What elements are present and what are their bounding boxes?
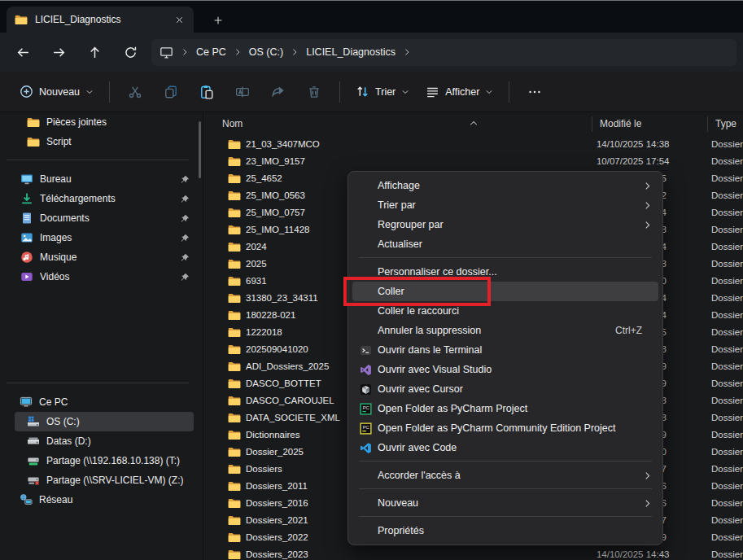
sidebar-item-t-l-chargements[interactable]: Téléchargements [15, 189, 194, 208]
folder-icon [228, 172, 241, 185]
file-row-23-imo-9157[interactable]: 23_IMO_915710/07/2025 17:54Dossier [203, 152, 743, 169]
menu-item-ouvrir-avec-code[interactable]: Ouvrir avec Code [352, 438, 658, 457]
breadcrumb-chevron-icon[interactable] [291, 48, 299, 56]
navigation-bar: Ce PCOS (C:)LICIEL_Diagnostics [0, 33, 743, 72]
file-type-cell: Dossier [704, 515, 743, 525]
new-tab-button[interactable] [207, 10, 229, 31]
menu-item-actualiser[interactable]: Actualiser [352, 234, 658, 254]
menu-item-coller[interactable]: Coller [352, 282, 658, 301]
toolbar-divider [109, 81, 110, 103]
forward-button[interactable] [44, 38, 73, 66]
tab-close-icon[interactable] [169, 10, 189, 29]
menu-item-open-folder-as-pycharm-project[interactable]: PCOpen Folder as PyCharm Project [352, 399, 658, 418]
breadcrumb-chevron-icon[interactable] [403, 48, 411, 56]
share-button[interactable] [260, 77, 296, 107]
file-name-cell: 23_IMO_9157 [203, 155, 589, 168]
toolbar-divider [509, 81, 509, 103]
menu-item-ouvrir-avec-visual-studio[interactable]: Ouvrir avec Visual Studio [352, 360, 658, 379]
view-list-icon [426, 85, 439, 98]
sort-button[interactable]: Trier [347, 77, 417, 107]
menu-item-open-folder-as-pycharm-community-edition-project[interactable]: PCOpen Folder as PyCharm Community Editi… [352, 418, 658, 438]
paste-button[interactable] [189, 77, 225, 107]
folder-icon [15, 13, 28, 26]
file-type-cell: Dossier [704, 344, 743, 354]
sidebar-item-vid-os[interactable]: Vidéos [15, 267, 194, 287]
file-type-cell: Dossier [704, 396, 743, 405]
breadcrumb[interactable]: Ce PCOS (C:)LICIEL_Diagnostics [151, 39, 736, 66]
menu-item-trier-par[interactable]: Trier par [352, 195, 658, 215]
sidebar-item-documents[interactable]: Documents [15, 208, 194, 228]
file-type-cell: Dossier [704, 190, 743, 200]
sidebar-scrollbar[interactable] [199, 121, 201, 178]
folder-icon [228, 257, 241, 270]
sidebar-item-datas-d[interactable]: Datas (D:) [15, 431, 194, 451]
menu-item-annuler-la-suppression[interactable]: Annuler la suppressionCtrl+Z [352, 321, 658, 340]
menu-item-coller-le-raccourci[interactable]: Coller le raccourci [352, 301, 658, 321]
copy-button[interactable] [153, 77, 189, 107]
menu-item-label: Annuler la suppression [378, 325, 609, 336]
sidebar-item-partage-srv-liciel-vm-z[interactable]: Partage (\\SRV-LICIEL-VM) (Z:) [15, 470, 194, 490]
sort-ascending-icon [469, 117, 479, 124]
sort-icon [356, 85, 369, 98]
breadcrumb-chevron-icon[interactable] [181, 48, 189, 56]
up-button[interactable] [80, 38, 109, 66]
column-header-name[interactable]: Nom [203, 118, 592, 129]
back-button[interactable] [8, 38, 37, 66]
file-name: DASCO_CAROUJEL [246, 396, 334, 405]
file-row-dossiers-2023[interactable]: Dossiers_202314/10/2025 14:43Dossier [203, 545, 743, 560]
sidebar-item-label: Ce PC [39, 396, 194, 408]
column-header-name-label: Nom [222, 118, 243, 129]
breadcrumb-item-liciel-diagnostics[interactable]: LICIEL_Diagnostics [306, 46, 396, 58]
file-type-cell: Dossier [704, 447, 743, 457]
file-name-cell: Dossiers_2023 [203, 548, 589, 560]
view-button[interactable]: Afficher [417, 77, 501, 107]
file-row-21-03-3407mco[interactable]: 21_03_3407MCO14/10/2025 14:38Dossier [203, 135, 743, 152]
menu-item-accorder-l-acc-s[interactable]: Accorder l'accès à [352, 466, 658, 485]
sidebar-item-partage-192-168-10-138-t[interactable]: Partage (\\192.168.10.138) (T:) [15, 451, 194, 470]
sidebar-item-bureau[interactable]: Bureau [15, 169, 194, 189]
sidebar-divider [7, 160, 189, 160]
menu-icon-slot [359, 199, 372, 212]
column-header-modified[interactable]: Modifié le [592, 116, 707, 132]
rename-button[interactable] [225, 77, 260, 107]
menu-item-label: Trier par [378, 199, 636, 211]
file-name: Dossiers_2021 [246, 515, 308, 525]
menu-item-ouvrir-avec-cursor[interactable]: Ouvrir avec Cursor [352, 379, 658, 399]
column-header-type[interactable]: Type [707, 116, 743, 132]
menu-item-affichage[interactable]: Affichage [352, 176, 658, 195]
more-options-button[interactable] [517, 77, 553, 107]
menu-item-nouveau[interactable]: Nouveau [352, 493, 658, 513]
delete-button[interactable] [296, 77, 332, 107]
breadcrumb-item-ce-pc[interactable]: Ce PC [196, 46, 226, 58]
folder-icon [228, 274, 241, 287]
sidebar-item-musique[interactable]: Musique [15, 247, 194, 267]
folder-icon [228, 394, 241, 407]
chevron-down-icon [85, 88, 94, 96]
menu-item-label: Regrouper par [378, 219, 636, 230]
sidebar-item-label: Partage (\\192.168.10.138) (T:) [46, 455, 194, 466]
sidebar-item-os-c[interactable]: OS (C:) [15, 412, 194, 431]
menu-icon-slot [359, 469, 372, 482]
menu-item-label: Affichage [378, 180, 636, 191]
breadcrumb-chevron-icon[interactable] [234, 48, 242, 56]
refresh-button[interactable] [116, 38, 145, 66]
folder-icon [228, 138, 241, 151]
sidebar-item-script[interactable]: Script [15, 132, 194, 151]
menu-item-regrouper-par[interactable]: Regrouper par [352, 215, 658, 234]
cut-button[interactable] [117, 77, 153, 107]
drive-icon [27, 435, 40, 448]
menu-item-propri-t-s[interactable]: Propriétés [352, 521, 658, 540]
sidebar-item-ce-pc[interactable]: Ce PC [15, 392, 194, 412]
menu-icon-slot [359, 238, 372, 251]
breadcrumb-item-os-c[interactable]: OS (C:) [249, 46, 283, 58]
sidebar-item-images[interactable]: Images [15, 228, 194, 247]
new-button[interactable]: Nouveau [11, 77, 102, 107]
sidebar-item-pi-ces-jointes[interactable]: Pièces jointes [15, 112, 194, 132]
sidebar-item-r-seau[interactable]: Réseau [15, 490, 194, 510]
drive-error-icon [27, 474, 40, 487]
file-name: 2025 [246, 259, 267, 269]
menu-item-personnaliser-ce-dossier[interactable]: Personnaliser ce dossier... [352, 262, 658, 282]
menu-item-ouvrir-dans-le-terminal[interactable]: Ouvrir dans le Terminal [352, 340, 658, 360]
this-pc-icon [160, 46, 173, 59]
explorer-tab[interactable]: LICIEL_Diagnostics [7, 7, 194, 33]
